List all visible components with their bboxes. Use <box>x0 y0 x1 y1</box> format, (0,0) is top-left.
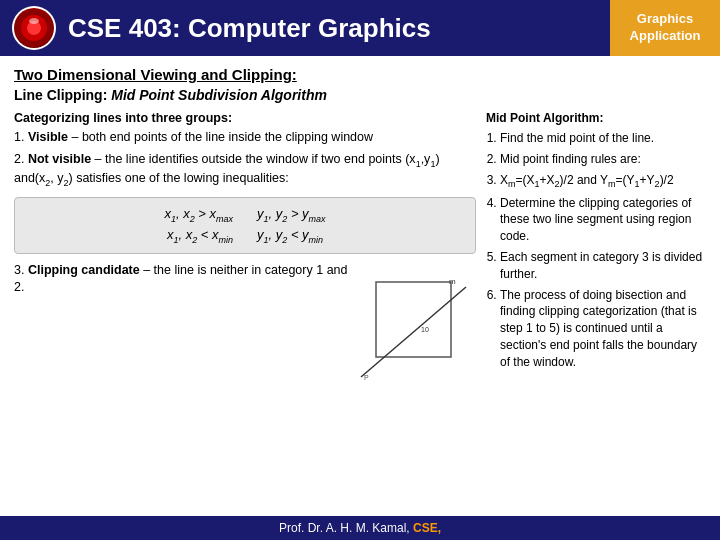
ineq-1-left: x1, x2 > xmax <box>164 206 233 224</box>
content-area: Two Dimensional Viewing and Clipping: Li… <box>0 56 720 401</box>
footer-text: Prof. Dr. A. H. M. Kamal, <box>279 521 410 535</box>
candidate-section: 3. Clipping candidate – the line is neit… <box>14 262 476 395</box>
item1-text: – both end points of the line inside the… <box>68 130 373 144</box>
algo-label: Mid Point Subdivision Algorithm <box>111 87 327 103</box>
right-item-4-text: Determine the clipping categories of the… <box>500 196 691 244</box>
right-item-3: Xm=(X1+X2)/2 and Ym=(Y1+Y2)/2 <box>500 172 706 191</box>
svg-text:10: 10 <box>421 326 429 333</box>
item1-num: 1. <box>14 130 28 144</box>
right-item-5: Each segment in category 3 is divided fu… <box>500 249 706 283</box>
footer: Prof. Dr. A. H. M. Kamal, CSE, <box>0 516 720 540</box>
svg-rect-4 <box>376 282 451 357</box>
candidate-text: 3. Clipping candidate – the line is neit… <box>14 262 348 297</box>
badge-line2: Application <box>630 28 701 45</box>
right-title: Mid Point Algorithm: <box>486 111 706 125</box>
right-item-6-text: The process of doing bisection and findi… <box>500 288 697 369</box>
right-item-2: Mid point finding rules are: <box>500 151 706 168</box>
right-item-5-text: Each segment in category 3 is divided fu… <box>500 250 702 281</box>
right-item-1: Find the mid point of the line. <box>500 130 706 147</box>
item-list: 1. Visible – both end points of the line… <box>14 129 476 189</box>
left-column: Categorizing lines into three groups: 1.… <box>14 111 476 395</box>
ineq-row-2: x1, x2 < xmin y1, y2 < ymin <box>27 227 463 245</box>
diagram: m 10 P <box>356 262 476 395</box>
subsection-label: Line Clipping: <box>14 87 111 103</box>
item2-num: 2. <box>14 152 28 166</box>
diagram-svg: m 10 P <box>356 262 476 392</box>
main-body: Categorizing lines into three groups: 1.… <box>14 111 706 395</box>
right-item-4: Determine the clipping categories of the… <box>500 195 706 245</box>
right-item-2-text: Mid point finding rules are: <box>500 152 641 166</box>
right-column: Mid Point Algorithm: Find the mid point … <box>486 111 706 395</box>
section-title: Two Dimensional Viewing and Clipping: <box>14 66 706 83</box>
badge-line1: Graphics <box>637 11 693 28</box>
cat-title: Categorizing lines into three groups: <box>14 111 476 125</box>
candidate-num: 3. <box>14 263 28 277</box>
right-item-1-text: Find the mid point of the line. <box>500 131 654 145</box>
logo-image <box>14 8 54 48</box>
item1-bold: Visible <box>28 130 68 144</box>
inequalities-box: x1, x2 > xmax y1, y2 > ymax x1, x2 < xmi… <box>14 197 476 254</box>
item2-bold: Not visible <box>28 152 91 166</box>
ineq-1-right: y1, y2 > ymax <box>257 206 326 224</box>
ineq-2-right: y1, y2 < ymin <box>257 227 323 245</box>
svg-text:P: P <box>364 374 369 381</box>
header: CSE 403: Computer Graphics Graphics Appl… <box>0 0 720 56</box>
candidate-bold: Clipping candidate <box>28 263 140 277</box>
ineq-2-left: x1, x2 < xmin <box>167 227 233 245</box>
footer-highlight: CSE, <box>413 521 441 535</box>
svg-text:m: m <box>449 277 456 286</box>
list-item: 2. Not visible – the line identifies out… <box>14 151 476 189</box>
subsection-title: Line Clipping: Mid Point Subdivision Alg… <box>14 87 706 103</box>
logo <box>12 6 56 50</box>
right-item-6: The process of doing bisection and findi… <box>500 287 706 371</box>
svg-point-3 <box>29 18 39 24</box>
list-item: 1. Visible – both end points of the line… <box>14 129 476 147</box>
badge: Graphics Application <box>610 0 720 56</box>
ineq-row-1: x1, x2 > xmax y1, y2 > ymax <box>27 206 463 224</box>
right-list: Find the mid point of the line. Mid poin… <box>500 130 706 371</box>
